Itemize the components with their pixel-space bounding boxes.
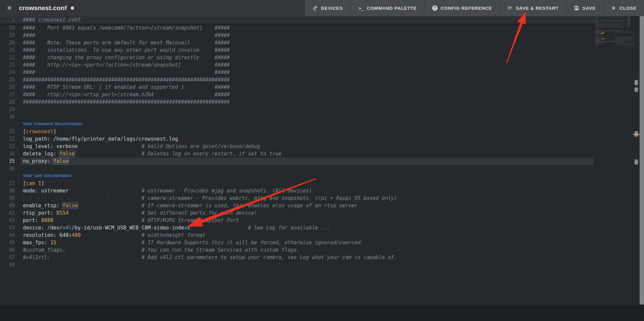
minimap-line: #v4l2ctl: # Add v4l2-ctl parameters to s… [595, 45, 635, 46]
terminal-icon: >_ [358, 5, 364, 11]
line-number: 31 [0, 128, 15, 135]
config-reference-button[interactable]: ?CONFIG REFERENCE [424, 0, 499, 16]
line-number: 38 [0, 187, 15, 194]
codelens-link[interactable]: View 'crowsnest' documentation [0, 120, 595, 128]
code-line: 29 [0, 106, 595, 113]
file-title: crowsnest.conf [19, 0, 67, 16]
code-line: 28######################################… [0, 98, 595, 106]
minimap-line [595, 46, 635, 47]
usb-icon [312, 5, 318, 11]
code-line: 35no_proxy: false [0, 157, 595, 165]
floppy-icon [574, 5, 580, 11]
overview-ruler-mark [635, 87, 638, 92]
current-line-highlight [21, 157, 593, 165]
line-number: 34 [0, 150, 15, 157]
button-label: SAVE [583, 6, 596, 11]
overview-ruler-mark [635, 159, 638, 165]
code-editor[interactable]: 1#### crowsnest.conf 18#### Port 8083 eq… [0, 16, 644, 305]
line-number: 37 [0, 180, 15, 187]
close-icon[interactable]: ✕ [0, 0, 19, 16]
code-line: 39 # camera-streamer - Provides webrtc, … [0, 194, 595, 202]
line-number: 47 [0, 254, 15, 261]
line-number: 33 [0, 143, 15, 150]
line-number: 19 [0, 32, 15, 39]
line-number: 48 [0, 261, 15, 269]
code-line: 19#### ##### [0, 32, 595, 39]
restart-icon: ⟳ [507, 5, 513, 11]
command-palette-button[interactable]: >_COMMAND PALETTE [350, 0, 424, 16]
line-number: 25 [0, 76, 15, 83]
code-line: 45max_fps: 15 # If Hardware Supports thi… [0, 239, 595, 246]
code-line: 31[crowsnest] [0, 128, 595, 135]
line-number: 42 [0, 217, 15, 224]
dialog-bottom-band [0, 305, 644, 321]
code-line: 42port: 8080 # HTTP/MJPG Stream/Snapshot… [0, 217, 595, 224]
minimap[interactable]: #### crowsnest.conf#### Port 8083 equals… [595, 16, 635, 47]
titlebar: ✕ crowsnest.conf DEVICES>_COMMAND PALETT… [0, 0, 644, 16]
code-line: 33log_level: verbose # Valid Options are… [0, 143, 595, 150]
line-number: 39 [0, 194, 15, 202]
code-line: 1#### crowsnest.conf [0, 16, 595, 24]
code-line: 41rtsp_port: 8554 # Set different ports … [0, 209, 595, 217]
scrollbar-thumb[interactable] [640, 16, 644, 305]
line-number: 45 [0, 239, 15, 246]
save-button[interactable]: SAVE [566, 0, 603, 16]
line-number: 29 [0, 106, 15, 113]
devices-button[interactable]: DEVICES [304, 0, 350, 16]
line-number: 43 [0, 224, 15, 231]
code-line: 22#### changing the proxy configuration … [0, 54, 595, 61]
line-number: 1 [0, 16, 15, 24]
line-number: 36 [0, 165, 15, 172]
question-circle-icon: ? [432, 5, 438, 11]
button-label: SAVE & RESTART [516, 6, 559, 11]
line-number: 22 [0, 54, 15, 61]
code-line: 37[cam 1] [0, 180, 595, 187]
line-number: 32 [0, 135, 15, 143]
line-number: 40 [0, 202, 15, 209]
button-label: DEVICES [321, 6, 343, 11]
minimap-line: ########################################… [595, 27, 635, 28]
code-line: 24#### ##### [0, 69, 595, 76]
code-line: 20#### Note: These ports are default for… [0, 39, 595, 46]
code-line: 18#### Port 8083 equals /webcam4/?action… [0, 24, 595, 32]
codelens-link[interactable]: View 'cam' documentation [0, 172, 595, 180]
line-number: 24 [0, 69, 15, 76]
code-line: 34delete_log: false # Deletes log on eve… [0, 150, 595, 157]
line-number: 21 [0, 46, 15, 54]
code-line: 40enable_rtsp: false # If camera-streame… [0, 202, 595, 209]
code-line: 36 [0, 165, 595, 172]
code-line: 46#custom_flags: # You can run the Strea… [0, 246, 595, 254]
close-icon: ✕ [611, 5, 616, 11]
toolbar-buttons: DEVICES>_COMMAND PALETTE?CONFIG REFERENC… [304, 0, 644, 16]
button-label: COMMAND PALETTE [367, 6, 417, 11]
code-line: 47#v4l2ctl: # Add v4l2-ctl parameters to… [0, 254, 595, 261]
unsaved-changes-dot [71, 6, 74, 10]
line-number: 30 [0, 113, 15, 120]
code-line: 21#### installations. To use any other p… [0, 46, 595, 54]
code-line: 32log_path: /home/fly/printer_data/logs/… [0, 135, 595, 143]
button-label: CONFIG REFERENCE [441, 6, 492, 11]
code-line: 44resolution: 640x480 # widthxheight for… [0, 231, 595, 239]
code-line: 26#### RTSP Stream URL: ( if enabled and… [0, 83, 595, 91]
save-restart-button[interactable]: ⟳SAVE & RESTART [500, 0, 566, 16]
line-number: 26 [0, 83, 15, 91]
code-line: 27#### rtsp://<ip>:<rtsp_port>/stream.h2… [0, 91, 595, 98]
code-line: 38mode: ustreamer # ustreamer - Provides… [0, 187, 595, 194]
overview-ruler-mark [635, 80, 638, 85]
line-number: 44 [0, 231, 15, 239]
line-number: 46 [0, 246, 15, 254]
button-label: CLOSE [619, 6, 637, 11]
code-line: 48 [0, 261, 595, 269]
code-line: 30 [0, 113, 595, 120]
sticky-scroll-line: 1#### crowsnest.conf [0, 16, 595, 24]
code-rows: 18#### Port 8083 equals /webcam4/?action… [0, 24, 595, 269]
code-line: 23#### http://<ip>:<port>/?action=[strea… [0, 61, 595, 69]
line-number: 28 [0, 98, 15, 106]
line-number: 18 [0, 24, 15, 32]
code-line: 43device: /dev/v4l/by-id/usb-WCM_USB_WEB… [0, 224, 595, 231]
line-number: 27 [0, 91, 15, 98]
line-number: 35 [0, 157, 15, 165]
line-number: 41 [0, 209, 15, 217]
line-number: 20 [0, 39, 15, 46]
close-button[interactable]: ✕CLOSE [603, 0, 644, 16]
